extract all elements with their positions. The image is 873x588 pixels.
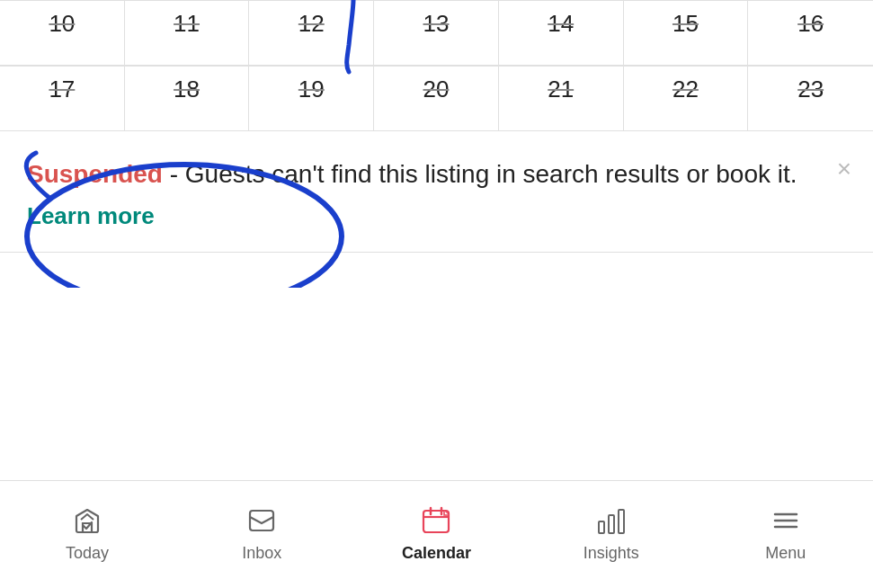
bottom-navigation: Today Inbox Calendar (0, 480, 873, 588)
day-21: 21 (548, 76, 574, 103)
day-12: 12 (298, 10, 325, 38)
calendar-cell-17[interactable]: 17 (0, 67, 125, 131)
calendar-label: Calendar (402, 544, 471, 563)
calendar-cell-13[interactable]: 13 (374, 1, 499, 66)
day-23: 23 (797, 76, 824, 103)
calendar-cell-12[interactable]: 12 (249, 1, 374, 66)
day-11: 11 (174, 10, 200, 38)
notification-banner: Suspended - Guests can't find this listi… (0, 131, 873, 253)
calendar-cell-22[interactable]: 22 (624, 67, 749, 131)
day-13: 13 (423, 10, 450, 38)
calendar-cell-14[interactable]: 14 (499, 1, 624, 66)
day-20: 20 (423, 76, 450, 103)
suspended-label: Suspended (27, 160, 163, 188)
svg-rect-9 (619, 510, 624, 533)
calendar-cell-10[interactable]: 10 (0, 1, 125, 66)
day-16: 16 (797, 10, 824, 38)
day-14: 14 (548, 10, 574, 38)
insights-icon (593, 503, 629, 539)
day-19: 19 (298, 76, 325, 103)
calendar-row-1: 10 11 12 13 14 15 16 (0, 0, 873, 66)
nav-menu[interactable]: Menu (750, 503, 822, 563)
inbox-icon (244, 503, 280, 539)
close-button[interactable]: × (837, 156, 851, 182)
today-icon (69, 503, 105, 539)
svg-rect-8 (609, 515, 614, 533)
day-10: 10 (49, 10, 75, 38)
menu-label: Menu (765, 544, 806, 563)
calendar-cell-21[interactable]: 21 (499, 67, 624, 131)
calendar-cell-23[interactable]: 23 (748, 67, 873, 131)
nav-insights[interactable]: Insights (575, 503, 647, 563)
notification-message: - Guests can't find this listing in sear… (163, 160, 797, 188)
nav-inbox[interactable]: Inbox (226, 503, 298, 563)
day-18: 18 (174, 76, 200, 103)
day-15: 15 (673, 10, 699, 38)
notification-text: Suspended - Guests can't find this listi… (27, 156, 846, 192)
day-17: 17 (49, 76, 75, 103)
calendar-section: 10 11 12 13 14 15 16 17 18 19 20 (0, 0, 873, 131)
calendar-row-2: 17 18 19 20 21 22 23 (0, 66, 873, 131)
nav-calendar[interactable]: Calendar (400, 503, 472, 563)
svg-rect-2 (250, 511, 273, 530)
calendar-cell-19[interactable]: 19 (249, 67, 374, 131)
calendar-cell-15[interactable]: 15 (624, 1, 749, 66)
calendar-cell-18[interactable]: 18 (125, 67, 250, 131)
calendar-cell-20[interactable]: 20 (374, 67, 499, 131)
calendar-icon (418, 503, 454, 539)
inbox-label: Inbox (242, 544, 281, 563)
menu-icon (768, 503, 804, 539)
today-label: Today (66, 544, 109, 563)
nav-today[interactable]: Today (51, 503, 123, 563)
calendar-cell-16[interactable]: 16 (748, 1, 873, 66)
calendar-cell-11[interactable]: 11 (125, 1, 250, 66)
learn-more-link[interactable]: Learn more (27, 202, 155, 230)
insights-label: Insights (583, 544, 639, 563)
day-22: 22 (673, 76, 699, 103)
svg-rect-7 (599, 521, 604, 533)
